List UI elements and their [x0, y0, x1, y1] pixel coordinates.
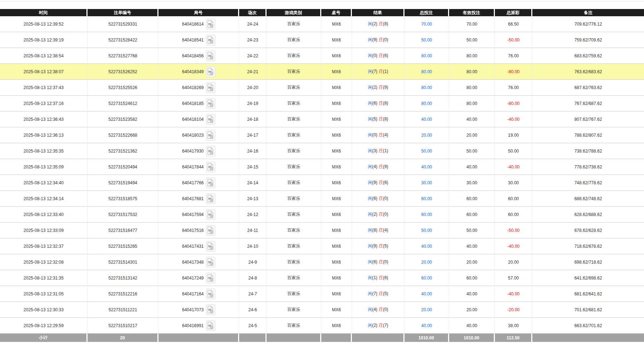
table-row[interactable]: 2025-08-13 12:37:16 522731524612 6404181… [0, 96, 644, 111]
video-replay-button[interactable] [206, 289, 215, 299]
video-replay-button[interactable] [206, 209, 215, 220]
video-replay-button[interactable] [206, 193, 215, 204]
cell-total-bet[interactable]: 60.00 [404, 207, 449, 223]
video-replay-button[interactable] [206, 320, 215, 331]
table-row[interactable]: 2025-08-13 12:37:43 522731525526 6404182… [0, 80, 644, 96]
cell-game-type: 百家乐 [267, 286, 321, 302]
table-row[interactable]: 2025-08-13 12:33:40 522731517532 6404175… [0, 207, 644, 223]
cell-remark: 759.62/709.62 [532, 32, 644, 48]
video-replay-button[interactable] [206, 241, 215, 252]
cell-round-id: 640417249 [158, 270, 239, 286]
cell-total-bet[interactable]: 60.00 [404, 270, 449, 286]
table-row[interactable]: 2025-08-13 12:33:09 522731516477 6404175… [0, 223, 644, 238]
table-row[interactable]: 2025-08-13 12:32:08 522731514301 6404173… [0, 254, 644, 270]
player-result-label: 闲 [368, 196, 372, 201]
cell-total-bet[interactable]: 30.00 [404, 175, 449, 191]
table-row[interactable]: 2025-08-13 12:32:37 522731515265 6404174… [0, 238, 644, 254]
cell-round-id: 640418541 [158, 32, 239, 48]
video-replay-icon [207, 84, 214, 91]
table-row[interactable]: 2025-08-13 12:30:33 522731511221 6404170… [0, 302, 644, 318]
cell-total-bet[interactable]: 60.00 [404, 191, 449, 207]
video-replay-button[interactable] [206, 114, 215, 125]
table-row[interactable]: 2025-08-13 12:34:40 522731519494 6404177… [0, 175, 644, 191]
cell-total-bet[interactable]: 40.00 [404, 111, 449, 127]
table-row[interactable]: 2025-08-13 12:34:14 522731518575 6404176… [0, 191, 644, 207]
cell-time: 2025-08-13 12:37:43 [0, 80, 88, 96]
player-score: (1) [372, 275, 379, 280]
col-header-payout: 总派彩 [495, 9, 532, 16]
cell-total-bet[interactable]: 70.00 [404, 16, 449, 32]
cell-bet-id: 522731522668 [88, 127, 158, 143]
cell-total-bet[interactable]: 80.00 [404, 64, 449, 80]
video-replay-button[interactable] [206, 162, 215, 172]
round-number: 640417594 [182, 212, 204, 217]
cell-total-bet[interactable]: 40.00 [404, 238, 449, 254]
video-replay-button[interactable] [206, 98, 215, 109]
table-row[interactable]: 2025-08-13 12:31:35 522731513142 6404172… [0, 270, 644, 286]
cell-session: 24-24 [239, 16, 267, 32]
cell-payout: 50.00 [495, 143, 532, 159]
cell-payout: -50.00 [495, 223, 532, 238]
video-replay-button[interactable] [206, 257, 215, 268]
video-replay-button[interactable] [206, 82, 215, 93]
cell-table-no: MX6 [321, 48, 352, 64]
table-row[interactable]: 2025-08-13 12:35:35 522731521362 6404179… [0, 143, 644, 159]
video-replay-button[interactable] [206, 177, 215, 188]
cell-round-id: 640417516 [158, 223, 239, 238]
cell-table-no: MX6 [321, 143, 352, 159]
subtotal-label: 小计 [0, 334, 88, 342]
subtotal-payout: 112.50 [495, 334, 532, 342]
cell-session: 24-22 [239, 48, 267, 64]
cell-total-bet[interactable]: 80.00 [404, 80, 449, 96]
cell-valid-bet: 80.00 [449, 96, 495, 111]
video-replay-button[interactable] [206, 19, 215, 30]
video-replay-button[interactable] [206, 35, 215, 45]
cell-remark: 738.62/788.62 [532, 143, 644, 159]
cell-total-bet[interactable]: 40.00 [404, 159, 449, 175]
col-header-remark: 备注 [532, 9, 644, 16]
cell-remark: 709.62/776.12 [532, 16, 644, 32]
cell-total-bet[interactable]: 40.00 [404, 286, 449, 302]
cell-total-bet[interactable]: 80.00 [404, 96, 449, 111]
cell-result: 闲(5) 庄(8) [352, 111, 404, 127]
cell-remark: 807.62/767.62 [532, 111, 644, 127]
table-row[interactable]: 2025-08-13 12:35:09 522731520494 6404178… [0, 159, 644, 175]
video-replay-button[interactable] [206, 66, 215, 77]
player-score: (9) [372, 37, 379, 42]
video-replay-icon [207, 115, 214, 123]
cell-total-bet[interactable]: 50.00 [404, 143, 449, 159]
video-replay-button[interactable] [206, 50, 215, 61]
player-score: (9) [372, 243, 379, 249]
player-score: (6) [372, 101, 379, 106]
table-row[interactable]: 2025-08-13 12:38:07 522731526252 6404183… [0, 64, 644, 80]
player-result-label: 闲 [368, 323, 372, 328]
table-row[interactable]: 2025-08-13 12:36:43 522731523582 6404181… [0, 111, 644, 127]
table-row[interactable]: 2025-08-13 12:38:54 522731527768 6404184… [0, 48, 644, 64]
cell-time: 2025-08-13 12:38:54 [0, 48, 88, 64]
col-header-total-bet: 总投注 [404, 9, 449, 16]
cell-result: 闲(9) 庄(0) [352, 32, 404, 48]
cell-valid-bet: 40.00 [449, 238, 495, 254]
cell-game-type: 百家乐 [267, 191, 321, 207]
round-number: 640417073 [182, 307, 204, 312]
cell-total-bet[interactable]: 80.00 [404, 48, 449, 64]
cell-total-bet[interactable]: 50.00 [404, 223, 449, 238]
video-replay-button[interactable] [206, 146, 215, 157]
video-replay-button[interactable] [206, 273, 215, 283]
table-row[interactable]: 2025-08-13 12:36:13 522731522668 6404180… [0, 127, 644, 143]
cell-total-bet[interactable]: 50.00 [404, 32, 449, 48]
video-replay-button[interactable] [206, 225, 215, 236]
cell-total-bet[interactable]: 20.00 [404, 302, 449, 318]
banker-score: (6) [383, 275, 388, 280]
cell-table-no: MX6 [321, 270, 352, 286]
cell-total-bet[interactable]: 20.00 [404, 127, 449, 143]
cell-result: 闲(0) 庄(6) [352, 48, 404, 64]
video-replay-button[interactable] [206, 130, 215, 141]
table-row[interactable]: 2025-08-13 12:39:52 522731529331 6404186… [0, 16, 644, 32]
table-row[interactable]: 2025-08-13 12:29:59 522731510217 6404169… [0, 318, 644, 334]
table-row[interactable]: 2025-08-13 12:39:19 522731528422 6404185… [0, 32, 644, 48]
cell-total-bet[interactable]: 20.00 [404, 254, 449, 270]
cell-total-bet[interactable]: 40.00 [404, 318, 449, 334]
video-replay-button[interactable] [206, 304, 215, 315]
table-row[interactable]: 2025-08-13 12:31:05 522731512216 6404171… [0, 286, 644, 302]
